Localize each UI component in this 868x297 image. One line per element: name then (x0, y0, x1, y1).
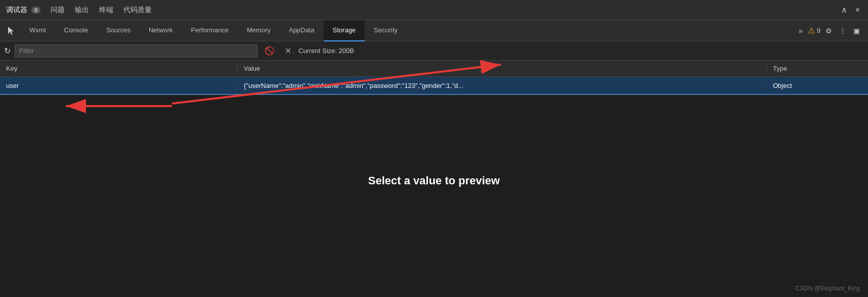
tab-sources[interactable]: Sources (97, 20, 140, 41)
cursor-icon (6, 26, 16, 36)
filter-bar: ↻ 🚫 ✕ Current Size: 200B (0, 41, 868, 61)
filter-input[interactable] (15, 44, 257, 58)
tab-memory[interactable]: Memory (238, 20, 280, 41)
warn-count: 9 (817, 27, 820, 34)
tab-performance[interactable]: Performance (182, 20, 238, 41)
settings-icon[interactable]: ⚙ (823, 25, 834, 37)
refresh-icon[interactable]: ↻ (4, 46, 11, 56)
tab-bar-icon (2, 26, 20, 36)
tab-bar: Wxml Console Sources Network Performance… (0, 20, 868, 41)
tab-security[interactable]: Security (365, 20, 407, 41)
top-bar: 调试器 9 问题 输出 终端 代码质量 ∧ × (0, 0, 868, 20)
tab-wxml[interactable]: Wxml (20, 20, 55, 41)
top-codequality[interactable]: 代码质量 (123, 6, 152, 15)
kebab-icon[interactable]: ⋮ (837, 25, 848, 37)
tab-appdata[interactable]: AppData (280, 20, 324, 41)
close-button[interactable]: × (853, 4, 862, 17)
more-tabs-icon[interactable]: » (797, 25, 805, 37)
close-filter-button[interactable]: ✕ (282, 45, 294, 57)
debugger-badge: 9 (31, 7, 40, 14)
row-key: user (0, 82, 238, 89)
col-header-type: Type (767, 65, 868, 72)
debugger-title: 调试器 (6, 6, 27, 15)
top-output[interactable]: 输出 (75, 6, 89, 15)
row-value: {"userName":"admin","nickName":"admin","… (238, 82, 767, 89)
preview-area: Select a value to preview (0, 95, 868, 267)
current-size-label: Current Size: 200B (298, 47, 354, 55)
warning-icon: ⚠ (808, 26, 815, 35)
tab-storage[interactable]: Storage (324, 20, 365, 41)
svg-marker-0 (8, 27, 14, 35)
watermark: CSDN @Elephant_King (795, 285, 860, 292)
top-terminal[interactable]: 终端 (99, 6, 113, 15)
row-type: Object (767, 82, 868, 89)
tab-console[interactable]: Console (55, 20, 98, 41)
tab-network[interactable]: Network (140, 20, 182, 41)
tab-bar-right: » ⚠ 9 ⚙ ⋮ ▣ (797, 25, 866, 37)
col-header-key: Key (0, 65, 238, 72)
top-issues[interactable]: 问题 (51, 6, 65, 15)
preview-text: Select a value to preview (368, 174, 500, 187)
table-row[interactable]: user {"userName":"admin","nickName":"adm… (0, 77, 868, 95)
warn-badge[interactable]: ⚠ 9 (808, 26, 820, 35)
table-header: Key Value Type (0, 61, 868, 77)
layout-icon[interactable]: ▣ (851, 25, 862, 37)
clear-filter-button[interactable]: 🚫 (262, 45, 278, 57)
top-bar-right: ∧ × (839, 3, 862, 17)
minimize-button[interactable]: ∧ (839, 3, 849, 17)
col-header-value: Value (238, 65, 767, 72)
